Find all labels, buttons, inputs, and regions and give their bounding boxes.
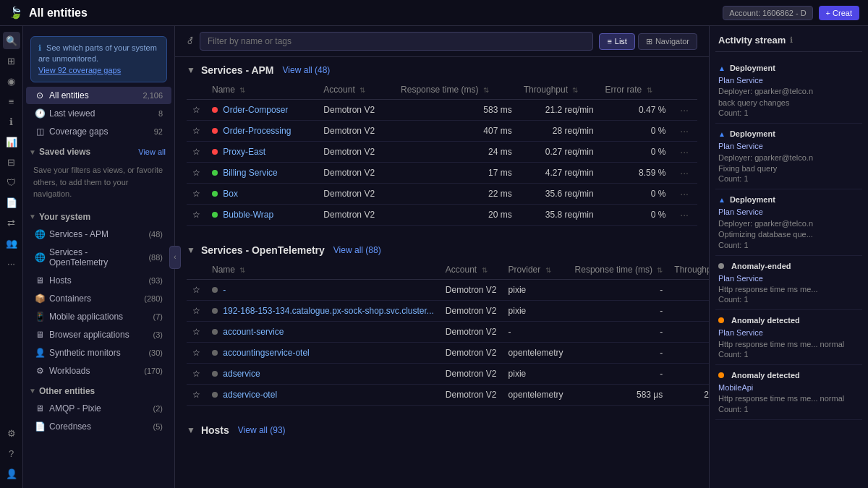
- coverage-gaps-link[interactable]: View 92 coverage gaps: [38, 66, 121, 74]
- more-button[interactable]: ···: [677, 146, 692, 158]
- star-cell[interactable]: ☆: [187, 205, 206, 226]
- entity-name[interactable]: account-service: [223, 327, 284, 337]
- activity-info-icon[interactable]: ℹ: [790, 35, 793, 45]
- nav-people-icon[interactable]: 👥: [3, 234, 20, 252]
- th-name[interactable]: Name ⇅: [206, 80, 318, 100]
- sidebar-item-hosts[interactable]: 🖥 Hosts (93): [26, 272, 171, 289]
- nav-dots-icon[interactable]: ···: [3, 254, 20, 272]
- star-cell[interactable]: ☆: [187, 364, 206, 385]
- hosts-toggle[interactable]: ▼: [187, 425, 195, 435]
- synthetic-icon: 👤: [35, 348, 45, 358]
- more-cell[interactable]: ···: [671, 121, 697, 142]
- th-response[interactable]: Response time (ms) ⇅: [395, 80, 518, 100]
- provider-cell: pixie: [503, 364, 569, 385]
- sidebar-item-mobile-apps[interactable]: 📱 Mobile applications (7): [26, 308, 171, 325]
- th-otel-response[interactable]: Response time (ms) ⇅: [569, 260, 669, 280]
- sidebar-item-workloads[interactable]: ⚙ Workloads (170): [26, 362, 171, 380]
- nav-layers-icon[interactable]: ⊟: [3, 153, 20, 171]
- hosts-view-all[interactable]: View all (93): [238, 425, 286, 435]
- entity-name[interactable]: Box: [223, 189, 238, 199]
- sidebar-item-all-entities[interactable]: ⊙ All entities 2,106: [26, 87, 171, 104]
- nav-user-icon[interactable]: 👤: [3, 465, 20, 482]
- nav-list-icon[interactable]: ≡: [3, 93, 20, 110]
- entity-name[interactable]: -: [223, 285, 226, 295]
- more-button[interactable]: ···: [677, 167, 692, 179]
- nav-doc-icon[interactable]: 📄: [3, 194, 20, 211]
- th-throughput[interactable]: Throughput ⇅: [518, 80, 600, 100]
- nav-search-icon[interactable]: 🔍: [3, 32, 20, 49]
- error-cell: 0 %: [600, 142, 672, 163]
- activity-service: Plan Service: [718, 274, 763, 283]
- saved-views-view-all[interactable]: View all: [138, 147, 166, 156]
- more-cell[interactable]: ···: [671, 163, 697, 184]
- sidebar-collapse-button[interactable]: ‹: [169, 246, 181, 269]
- filter-input[interactable]: [200, 32, 593, 51]
- nav-settings-icon[interactable]: ⚙: [3, 424, 20, 442]
- star-cell[interactable]: ☆: [187, 280, 206, 301]
- nav-flow-icon[interactable]: ⇄: [3, 214, 20, 231]
- nav-info-icon[interactable]: ℹ: [3, 113, 20, 130]
- nav-monitor-icon[interactable]: ◉: [3, 72, 20, 90]
- star-cell[interactable]: ☆: [187, 121, 206, 142]
- your-system-chevron: ▼: [29, 213, 36, 221]
- sidebar-item-synthetic[interactable]: 👤 Synthetic monitors (30): [26, 344, 171, 361]
- navigator-view-button[interactable]: ⊞ Navigator: [638, 33, 697, 50]
- sidebar-item-coverage-gaps[interactable]: ◫ Coverage gaps 92: [26, 123, 171, 140]
- entity-name[interactable]: adservice-otel: [223, 390, 277, 400]
- star-cell[interactable]: ☆: [187, 100, 206, 121]
- sidebar-item-amqp[interactable]: 🖥 AMQP - Pixie (2): [26, 400, 171, 417]
- sidebar-item-services-otel[interactable]: 🌐 Services - OpenTelemetry (88): [26, 244, 171, 271]
- th-otel-provider[interactable]: Provider ⇅: [503, 260, 569, 280]
- more-button[interactable]: ···: [677, 209, 692, 221]
- star-cell[interactable]: ☆: [187, 301, 206, 322]
- nav-shield-icon[interactable]: 🛡: [3, 174, 20, 191]
- activity-description: Http response time ms me...: [718, 284, 859, 295]
- more-button[interactable]: ···: [677, 104, 692, 116]
- th-otel-throughput[interactable]: Throughput (rpm) ⇅: [668, 260, 709, 280]
- star-cell[interactable]: ☆: [187, 385, 206, 406]
- sidebar-item-browser-apps[interactable]: 🖥 Browser applications (3): [26, 326, 171, 343]
- services-apm-toggle[interactable]: ▼: [187, 65, 195, 75]
- services-apm-icon: 🌐: [35, 229, 45, 239]
- th-account[interactable]: Account ⇅: [318, 80, 395, 100]
- more-cell[interactable]: ···: [671, 100, 697, 121]
- more-cell[interactable]: ···: [671, 142, 697, 163]
- th-otel-account[interactable]: Account ⇅: [440, 260, 503, 280]
- sidebar-item-last-viewed[interactable]: 🕐 Last viewed 8: [26, 105, 171, 122]
- th-otel-name[interactable]: Name ⇅: [206, 260, 440, 280]
- entity-name[interactable]: Bubble-Wrap: [223, 210, 273, 220]
- services-otel-view-all[interactable]: View all (88): [333, 245, 381, 255]
- entity-name[interactable]: Order-Composer: [223, 105, 288, 115]
- more-button[interactable]: ···: [677, 125, 692, 137]
- services-apm-view-all[interactable]: View all (48): [283, 65, 331, 75]
- entity-name[interactable]: adservice: [223, 369, 260, 379]
- services-otel-toggle[interactable]: ▼: [187, 245, 195, 255]
- more-button[interactable]: ···: [677, 188, 692, 200]
- nav-grid-icon[interactable]: ⊞: [3, 52, 20, 69]
- account-cell: Demotron V2: [318, 184, 395, 205]
- entity-name[interactable]: Order-Processing: [223, 126, 291, 136]
- sidebar-item-services-apm[interactable]: 🌐 Services - APM (48): [26, 226, 171, 243]
- sidebar-item-corednses[interactable]: 📄 Corednses (5): [26, 418, 171, 435]
- more-cell[interactable]: ···: [671, 205, 697, 226]
- entity-name[interactable]: accountingservice-otel: [223, 348, 309, 358]
- more-cell[interactable]: ···: [671, 184, 697, 205]
- list-view-button[interactable]: ≡ List: [599, 33, 635, 50]
- nav-help-icon[interactable]: ?: [3, 445, 20, 462]
- star-cell[interactable]: ☆: [187, 343, 206, 364]
- star-cell[interactable]: ☆: [187, 142, 206, 163]
- nav-chart-icon[interactable]: 📊: [3, 133, 20, 150]
- star-cell[interactable]: ☆: [187, 322, 206, 343]
- sidebar-item-containers[interactable]: 📦 Containers (280): [26, 290, 171, 307]
- th-error[interactable]: Error rate ⇅: [600, 80, 672, 100]
- entity-name[interactable]: 192-168-153-134.catalogue.px-sock-shop.s…: [223, 306, 434, 316]
- create-button[interactable]: + Creat: [819, 6, 859, 20]
- saved-views-section[interactable]: ▼ Saved views View all: [23, 141, 174, 160]
- your-system-section[interactable]: ▼ Your system: [23, 206, 174, 225]
- other-entities-section[interactable]: ▼ Other entities: [23, 380, 174, 399]
- star-cell[interactable]: ☆: [187, 163, 206, 184]
- account-badge: Account: 1606862 - D: [723, 6, 812, 20]
- entity-name[interactable]: Proxy-East: [223, 147, 265, 157]
- entity-name[interactable]: Billing Service: [223, 168, 277, 178]
- star-cell[interactable]: ☆: [187, 184, 206, 205]
